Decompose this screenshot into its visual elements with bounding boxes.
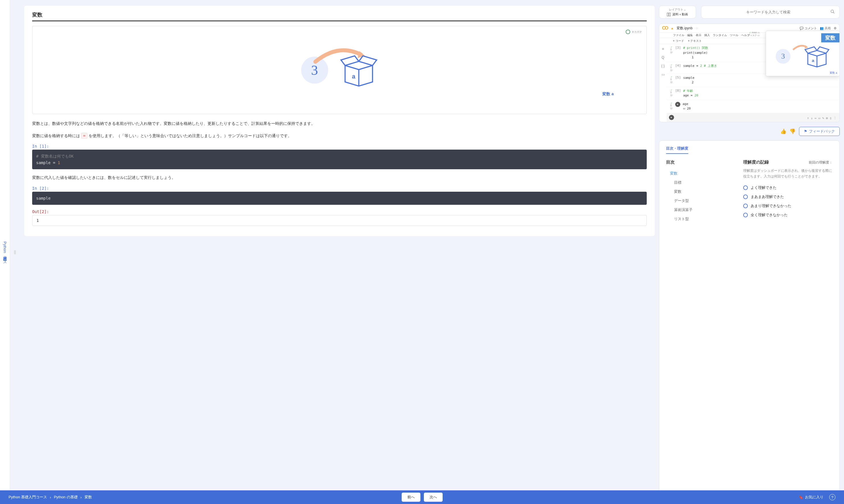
svg-point-1 <box>831 10 833 13</box>
input-label: In [2]: <box>32 186 647 191</box>
menu-runtime[interactable]: ランタイム <box>713 33 727 37</box>
toc-item[interactable]: リスト型 <box>666 214 735 223</box>
crumb[interactable]: 変数 <box>85 494 92 500</box>
paragraph: 変数に代入した値を確認したいときには、数をセルに記述して実行しましょう。 <box>32 174 647 181</box>
comprehension-desc: 理解度はダッシュボードに表示され、後から復習する際に役立ちます。入力は何回でも行… <box>743 168 833 179</box>
layout-icon <box>667 13 671 16</box>
crumb[interactable]: Python 基礎入門コース <box>8 494 47 500</box>
prev-button[interactable]: 前へ <box>402 493 420 502</box>
toc-tab[interactable]: 目次・理解度 <box>666 146 688 154</box>
menu-insert[interactable]: 挿入 <box>704 33 710 37</box>
thumbs-down-icon[interactable]: 👎 <box>789 128 796 134</box>
thumbs-up-icon[interactable]: 👍 <box>780 128 787 134</box>
layout-selector[interactable]: レイアウト ⌄ 資料＋動画 <box>659 6 696 18</box>
code-block: sample <box>32 192 647 205</box>
diagram-caption: 変数 a <box>602 92 614 97</box>
footer-bar: Python 基礎入門コース › Python の基礎 › 変数 前へ 次へ 🔖… <box>0 490 844 504</box>
menu-tools[interactable]: ツール <box>730 33 738 37</box>
run-cell-button[interactable]: ▶ <box>669 115 674 120</box>
toc-item[interactable]: データ型 <box>666 196 735 205</box>
toc-heading: 目次 <box>666 160 735 165</box>
notebook-cell[interactable]: ✓0秒 [8] # 年齢 age = 20 <box>667 87 840 100</box>
svg-line-2 <box>833 12 834 13</box>
feedback-button[interactable]: ⚑フィードバック <box>799 127 840 136</box>
comprehension-option[interactable]: まあまあ理解できた <box>743 192 833 201</box>
resource-indicator: ✓ RAM ▭ ディスク ▭ <box>748 31 760 37</box>
course-title-vertical: Python 基礎入門コース <box>0 0 10 504</box>
box-icon: a <box>340 52 378 87</box>
paragraph: 変数とは、数値や文字列などの値を格納できる名前が付いた入れ物です。変数に値を格納… <box>32 120 647 127</box>
toc-item[interactable]: 変数 <box>666 169 735 178</box>
menu-file[interactable]: ファイル <box>673 33 684 37</box>
add-code-button[interactable]: + コード <box>673 39 684 43</box>
star-icon[interactable]: ☆ <box>695 26 698 30</box>
concept-diagram: キカガク 3 a <box>32 26 647 114</box>
toc-item[interactable]: 算術演算子 <box>666 205 735 214</box>
code-icon[interactable]: { } <box>661 64 665 68</box>
sidebar-collapse-handle[interactable]: || <box>10 0 20 504</box>
colab-notebook: CO ▲ 変数.ipynb ☆ 💬 コメント 👥 共有 ⚙ ファイル 編集 表示… <box>659 24 840 122</box>
toc-panel: 目次・理解度 目次 変数 目標 変数 データ型 算術演算子 リスト型 理解度の記… <box>659 141 840 504</box>
input-label: In [1]: <box>32 144 647 148</box>
paragraph: 変数に値を格納する時には = を使用します。（「等しい」という意味合いではないた… <box>32 132 647 140</box>
code-block: # 変数名は何でもOK sample = 1 <box>32 150 647 169</box>
comprehension-option[interactable]: あまり理解できなかった <box>743 201 833 211</box>
crumb[interactable]: Python の基礎 <box>54 494 77 500</box>
svg-text:a: a <box>352 73 355 79</box>
share-button[interactable]: 👥 共有 <box>820 26 831 31</box>
favorite-button[interactable]: 🔖お気に入り <box>799 494 824 500</box>
lesson-content-panel: 変数 キカガク 3 <box>20 0 659 504</box>
search-icon[interactable]: Q <box>661 55 664 59</box>
cell-tools[interactable]: ↑ ↓ ⇔ ▭ ✎ ⚙ ▯ ⋮ <box>807 116 837 120</box>
video-thumbnail[interactable]: 変数 3 a <box>766 31 840 76</box>
menu-edit[interactable]: 編集 <box>687 33 693 37</box>
output-block: 1 <box>32 215 647 226</box>
comment-button[interactable]: 💬 コメント <box>799 26 817 31</box>
flag-icon: ⚑ <box>804 129 807 133</box>
arrow-icon <box>792 43 809 52</box>
comprehension-title: 理解度の記録 <box>743 160 769 165</box>
notebook-cell-empty[interactable]: ▶ ↑ ↓ ⇔ ▭ ✎ ⚙ ▯ ⋮ <box>667 113 840 122</box>
search-box[interactable] <box>701 6 840 18</box>
bookmark-icon: 🔖 <box>799 495 803 500</box>
next-button[interactable]: 次へ <box>424 493 443 502</box>
svg-text:a: a <box>812 58 814 63</box>
toc-item[interactable]: 目標 <box>666 178 735 187</box>
comprehension-subtitle: 前回の理解度： <box>809 160 833 165</box>
colab-logo-icon: CO <box>662 25 668 31</box>
menu-icon[interactable]: ≡ <box>662 47 664 51</box>
notebook-cell[interactable]: ✓0秒 ▶ age ▭ 20 <box>667 100 840 113</box>
help-icon[interactable]: ? <box>829 494 836 500</box>
output-label: Out[2]: <box>32 209 647 214</box>
toc-item[interactable]: 変数 <box>666 187 735 196</box>
search-input[interactable] <box>706 10 830 14</box>
folder-icon[interactable]: ▭ <box>661 73 665 76</box>
lesson-title: 変数 <box>32 11 647 21</box>
colab-sidebar: ≡ Q { } ▭ <box>659 44 667 122</box>
notebook-filename[interactable]: 変数.ipynb <box>677 26 692 31</box>
add-text-button[interactable]: + テキスト <box>688 39 702 43</box>
comprehension-option[interactable]: よく理解できた <box>743 183 833 192</box>
comprehension-option[interactable]: 全く理解できなかった <box>743 211 833 220</box>
gear-icon[interactable]: ⚙ <box>834 26 837 30</box>
drive-icon: ▲ <box>671 26 674 30</box>
menu-view[interactable]: 表示 <box>696 33 701 37</box>
inline-code: = <box>81 133 87 139</box>
search-icon[interactable] <box>830 10 835 15</box>
run-cell-button[interactable]: ▶ <box>675 102 680 107</box>
breadcrumb: Python 基礎入門コース › Python の基礎 › 変数 <box>8 494 92 500</box>
